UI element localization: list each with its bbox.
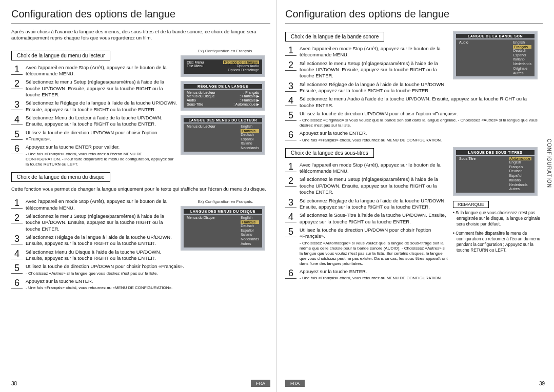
osd-opt: Nederlands [513, 62, 531, 67]
step-note: - Une fois «Français» choisi, vous retou… [26, 285, 270, 291]
remark-list: Si la langue que vous choisissez n'est p… [453, 210, 543, 253]
osd-opt: English [241, 125, 259, 129]
osd-left: Menus du Disque [187, 216, 214, 246]
osd-left: Audio [459, 40, 468, 75]
osd-caption: Ex) Configuration en Français. [181, 49, 270, 53]
page-38: Configuration des options de langue Aprè… [0, 0, 277, 392]
step-number: 2 [285, 176, 296, 187]
osd-val: : Français ▶ [240, 94, 259, 98]
osd-caption: Ex) Configuration en Français. [181, 199, 270, 204]
remark-box: REMARQUE Si la langue que vous choisisse… [453, 201, 543, 253]
osd-screenshot-subtitlelang: LANGUE DES SOUS-TITRES Sous-Titre Automa… [453, 147, 538, 196]
step-note: - Choisissez «Originale» si vous voulez … [300, 118, 543, 128]
step: 2Sélectionnez le menu Setup (réglages/pa… [285, 176, 450, 195]
step: 1Avec l'appareil en mode Stop (Arrêt), a… [285, 46, 450, 58]
step: 6Appuyez sur la touche ENTER.- Une fois … [285, 269, 543, 281]
page-number: 38 [11, 381, 17, 386]
osd-opt: Autres [241, 242, 259, 246]
step-number: 1 [11, 65, 23, 75]
page-footer: FRA 39 [285, 380, 545, 387]
step: 5Utilisez la touche de direction UP/DOWN… [285, 111, 543, 128]
step-number: 3 [285, 198, 296, 208]
section-subtitle-language: Choix de la langue des sous-titres LANGU… [285, 145, 543, 283]
osd-row: Sous-Titre [187, 102, 203, 107]
step-number: 5 [285, 227, 296, 237]
osd-row: Menus du Lecteur [187, 91, 215, 94]
step-text: Avec l'appareil en mode Stop (Arrêt), ap… [300, 162, 450, 175]
section-heading: Choix de la langue du menu du disque [11, 172, 110, 182]
osd-title: LANGUE DES MENUS DU LECTEUR [184, 118, 262, 122]
osd-opt: English [509, 160, 531, 165]
step: 3Sélectionnez Réglage de la langue à l'a… [285, 198, 450, 211]
osd-opt: Italiano [241, 233, 259, 237]
step-text: Utilisez la touche de direction UP/DOWN … [26, 130, 177, 142]
osd-row: Menus du Disque [187, 94, 214, 98]
step-text: Avec l'appareil en mode Stop (Arrêt), ap… [26, 65, 177, 77]
step: 3Sélectionnez Réglage de la langue à l'a… [285, 81, 450, 94]
osd-opt: English [513, 40, 531, 45]
osd-left: Sous-Titre [459, 157, 476, 192]
osd-title: LANGUE DES SOUS-TITRES [456, 150, 535, 155]
step: 1Avec l'appareil en mode Stop (Arrêt), a… [11, 198, 177, 211]
step-number: 4 [285, 212, 296, 222]
step-text: Sélectionnez le menu Setup (réglages/par… [300, 176, 450, 195]
osd-opt: Français [509, 165, 531, 170]
step-number: 3 [285, 81, 296, 92]
step-number: 6 [11, 144, 23, 154]
osd-screenshot-langsetup: RÉGLAGE DE LA LANGUE Menus du Lecteur: F… [181, 81, 265, 111]
step-number: 5 [285, 111, 296, 121]
step-number: 6 [285, 269, 296, 279]
step-number: 2 [285, 60, 296, 71]
step-number: 2 [11, 79, 23, 89]
step: 1Avec l'appareil en mode Stop (Arrêt), a… [285, 162, 450, 175]
osd-selected: Français [241, 129, 259, 133]
step-text: Utilisez la touche de direction UP/DOWN … [300, 227, 450, 266]
step-number: 5 [11, 263, 23, 274]
section-player-menu-language: Choix de la langue du menu du lecteur Ex… [11, 48, 270, 169]
osd-opt: Originale [513, 67, 531, 71]
step: 1Avec l'appareil en mode Stop (Arrêt), a… [11, 65, 177, 77]
osd-val: : Français ▶ [240, 98, 259, 102]
osd-opt: Autres [513, 71, 531, 76]
step-number: 3 [11, 100, 23, 110]
step: 3Sélectionnez le Réglage de la langue à … [11, 100, 177, 113]
osd-screenshot-setup: Disc MenuRéglage de la langue Title Menu… [181, 55, 265, 77]
osd-screenshot-audiolang: LANGUE DE LA BANDE SON Audio English Fra… [453, 31, 538, 79]
osd-opt: Nederlands [241, 237, 259, 242]
page-number: 39 [539, 381, 545, 386]
osd-opt: English [241, 216, 259, 220]
step-number: 4 [11, 249, 23, 259]
step: 4Sélectionnez Menu du Lecteur à l'aide d… [11, 115, 177, 128]
remark-heading: REMARQUE [453, 201, 489, 208]
step-number: 5 [11, 130, 23, 140]
step-text: Sélectionnez le menu Setup (réglages/par… [26, 213, 177, 232]
page-39: Configuration des options de langue Choi… [277, 0, 554, 392]
step: 3Sélectionnez Réglage de la langue à l'a… [11, 234, 177, 247]
step-number: 6 [285, 130, 296, 140]
step-number: 4 [285, 96, 296, 106]
step-text: Avec l'appareil en mode Stop (Arrêt), ap… [26, 198, 177, 211]
osd-ctx-disc-menu: Disc Menu [187, 60, 204, 64]
osd-val: : Français [243, 91, 259, 94]
page-title: Configuration des options de langue [11, 8, 270, 24]
osd-opt: Español [509, 174, 531, 178]
step: 4Sélectionnez Menu du Disque à l'aide de… [11, 249, 177, 262]
step: 5Utilisez la touche de direction UP/DOWN… [285, 227, 450, 266]
osd-opt: Nederlands [241, 146, 259, 151]
osd-selected: Réglage de la langue [223, 60, 259, 64]
osd-opt: Deutsch [513, 49, 531, 53]
lang-tab: FRA [285, 380, 305, 387]
osd-selected: Automatique [509, 157, 531, 160]
osd-title: LANGUE DES MENUS DU DISQUE [184, 209, 262, 214]
step: 6Appuyez sur la touche ENTER.- Une fois … [11, 278, 270, 291]
step: 5Utilisez la touche de direction UP/DOWN… [11, 130, 177, 142]
osd-opt: Autres [509, 187, 531, 192]
section-heading: Choix de la langue des sous-titres [285, 148, 374, 158]
step-text: Sélectionnez le Sous-Titre à l'aide de l… [300, 212, 450, 225]
step-number: 3 [11, 234, 23, 244]
step-text: Sélectionnez Réglage de la langue à l'ai… [26, 234, 177, 247]
osd-opt: Italiano [513, 57, 531, 62]
step-number: 2 [11, 213, 23, 223]
osd-title: LANGUE DE LA BANDE SON [456, 34, 535, 38]
step: 6Appuyez sur la touche ENTER.- Une fois … [285, 130, 543, 142]
